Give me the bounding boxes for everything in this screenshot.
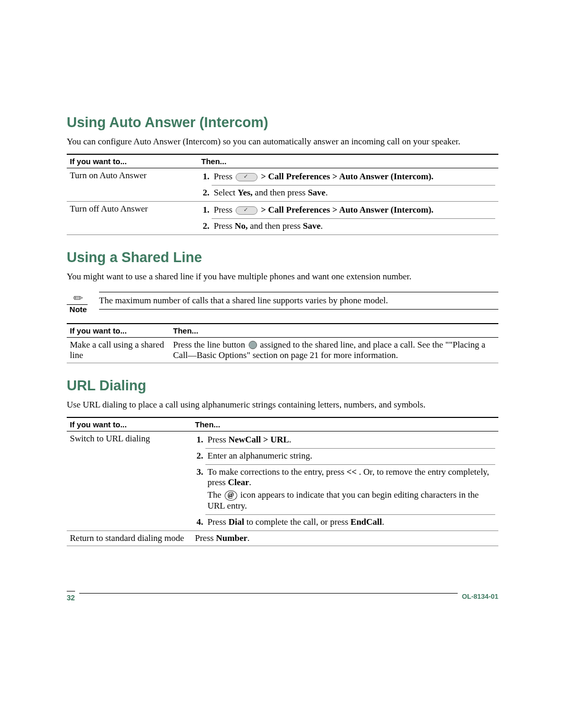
text: . bbox=[248, 533, 250, 543]
document-id: OL-8134-01 bbox=[462, 593, 498, 600]
note-body: The maximum number of calls that a share… bbox=[99, 292, 498, 310]
text: To make corrections to the entry, press bbox=[207, 467, 347, 477]
text: . bbox=[249, 477, 251, 487]
step: Select Yes, and then press Save. bbox=[212, 185, 495, 199]
cell-want: Return to standard dialing mode bbox=[67, 531, 192, 546]
text: Press the line button bbox=[173, 340, 248, 350]
step: Enter an alphanumeric string. bbox=[205, 448, 495, 462]
col-header-then: Then... bbox=[170, 324, 498, 338]
step: To make corrections to the entry, press … bbox=[205, 464, 495, 512]
col-header-then: Then... bbox=[198, 154, 498, 168]
text: . bbox=[321, 221, 323, 231]
button-save: Save bbox=[308, 188, 325, 198]
step: Press NewCall > URL. bbox=[205, 434, 495, 446]
text: to complete the call, or press bbox=[244, 517, 350, 527]
text: Press bbox=[214, 221, 235, 231]
col-header-then: Then... bbox=[192, 417, 498, 431]
button-save: Save bbox=[303, 221, 321, 231]
note-block: ✎ Note The maximum number of calls that … bbox=[67, 292, 498, 314]
note-label: Note bbox=[67, 305, 90, 314]
cell-then: Press the line button assigned to the sh… bbox=[170, 338, 498, 363]
col-header-want: If you want to... bbox=[67, 324, 170, 338]
intro-url-dialing: Use URL dialing to place a call using al… bbox=[67, 399, 498, 411]
heading-url-dialing: URL Dialing bbox=[67, 378, 498, 394]
intro-auto-answer: You can configure Auto Answer (Intercom)… bbox=[67, 136, 498, 147]
page-footer: 32 OL-8134-01 bbox=[67, 588, 498, 602]
text: The bbox=[207, 490, 224, 500]
col-header-want: If you want to... bbox=[67, 417, 192, 431]
col-header-want: If you want to... bbox=[67, 154, 198, 168]
table-url-dialing: If you want to... Then... Switch to URL … bbox=[67, 417, 498, 546]
table-auto-answer: If you want to... Then... Turn on Auto A… bbox=[67, 154, 498, 235]
step: Press > Call Preferences > Auto Answer (… bbox=[212, 204, 495, 216]
softkey-dial: Dial bbox=[228, 517, 244, 527]
option-no: No, bbox=[235, 221, 248, 231]
heading-shared-line: Using a Shared Line bbox=[67, 250, 498, 266]
settings-button-icon bbox=[236, 206, 258, 215]
cell-want: Turn off Auto Answer bbox=[67, 202, 198, 235]
text: Press bbox=[195, 533, 216, 543]
settings-button-icon bbox=[236, 173, 258, 181]
cell-then: Press > Call Preferences > Auto Answer (… bbox=[198, 168, 498, 202]
intro-shared-line: You might want to use a shared line if y… bbox=[67, 271, 498, 282]
at-icon: @ bbox=[225, 490, 237, 501]
softkey-clear: Clear bbox=[228, 477, 249, 487]
cell-want: Make a call using a shared line bbox=[67, 338, 170, 363]
cell-then: Press NewCall > URL. Enter an alphanumer… bbox=[192, 431, 498, 531]
softkey-number: Number bbox=[216, 533, 247, 543]
cell-want: Switch to URL dialing bbox=[67, 431, 192, 531]
line-button-icon bbox=[249, 341, 257, 349]
text: Press bbox=[214, 205, 235, 215]
text: . bbox=[289, 435, 291, 445]
heading-auto-answer: Using Auto Answer (Intercom) bbox=[67, 115, 498, 131]
cell-then: Press > Call Preferences > Auto Answer (… bbox=[198, 202, 498, 235]
step: Press > Call Preferences > Auto Answer (… bbox=[212, 170, 495, 183]
menu-path: > Call Preferences > Auto Answer (Interc… bbox=[259, 205, 433, 215]
menu-path: > Call Preferences > Auto Answer (Interc… bbox=[259, 171, 433, 181]
text: Press bbox=[207, 517, 228, 527]
text: Press bbox=[207, 435, 228, 445]
softkey-newcall-url: NewCall > URL bbox=[228, 435, 289, 445]
text: icon appears to indicate that you can be… bbox=[207, 490, 479, 511]
page-number: 32 bbox=[67, 591, 75, 602]
text: . bbox=[325, 188, 327, 198]
step: Press Dial to complete the call, or pres… bbox=[205, 514, 495, 528]
text: and then press bbox=[248, 221, 303, 231]
cell-then: Press Number. bbox=[192, 531, 498, 546]
step: Press No, and then press Save. bbox=[212, 218, 495, 232]
text: Press bbox=[214, 171, 235, 181]
softkey-back: << bbox=[347, 467, 357, 477]
table-shared-line: If you want to... Then... Make a call us… bbox=[67, 323, 498, 363]
option-yes: Yes, bbox=[238, 188, 253, 198]
text: and then press bbox=[253, 188, 308, 198]
cell-want: Turn on Auto Answer bbox=[67, 168, 198, 202]
softkey-endcall: EndCall bbox=[350, 517, 382, 527]
text: . bbox=[382, 517, 384, 527]
text: Select bbox=[214, 188, 238, 198]
